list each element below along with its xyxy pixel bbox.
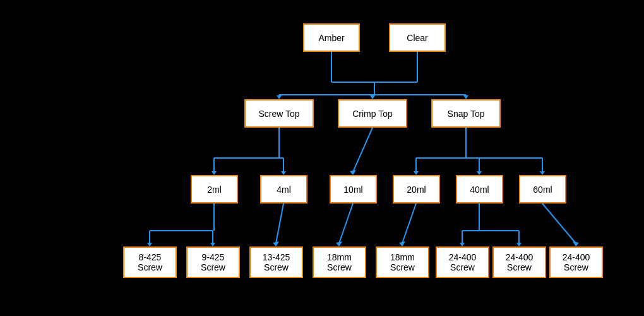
screw18b-node: 18mm Screw: [376, 246, 429, 278]
ml40-node: 40ml: [456, 175, 503, 204]
ml20-node: 20ml: [393, 175, 440, 204]
ml2-node: 2ml: [191, 175, 238, 204]
screw24c-node: 24-400 Screw: [549, 246, 603, 278]
svg-line-33: [276, 204, 283, 243]
screw13-node: 13-425 Screw: [249, 246, 303, 278]
svg-marker-18: [350, 170, 356, 175]
snap-top-node: Snap Top: [431, 99, 501, 128]
screw9-node: 9-425 Screw: [186, 246, 240, 278]
clear-node: Clear: [389, 23, 446, 52]
ml10-node: 10ml: [330, 175, 377, 204]
screw18a-node: 18mm Screw: [313, 246, 366, 278]
amber-node: Amber: [303, 23, 360, 52]
screw-top-node: Screw Top: [244, 99, 314, 128]
svg-line-37: [402, 204, 416, 243]
screw8-node: 8-425 Screw: [123, 246, 177, 278]
svg-marker-36: [336, 241, 342, 246]
svg-line-17: [353, 128, 373, 172]
svg-marker-46: [573, 241, 579, 246]
screw24b-node: 24-400 Screw: [492, 246, 546, 278]
ml60-node: 60ml: [519, 175, 566, 204]
svg-line-35: [339, 204, 353, 243]
screw24a-node: 24-400 Screw: [436, 246, 489, 278]
svg-marker-38: [399, 241, 405, 246]
svg-marker-34: [273, 241, 279, 246]
svg-line-45: [542, 204, 576, 243]
ml4-node: 4ml: [260, 175, 307, 204]
crimp-top-node: Crimp Top: [338, 99, 407, 128]
